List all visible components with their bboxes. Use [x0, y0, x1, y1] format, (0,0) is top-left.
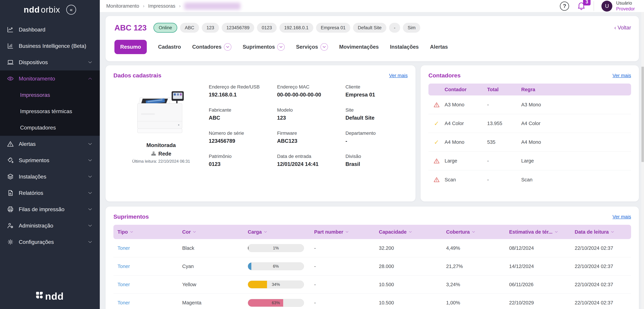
column-header[interactable]: Total	[487, 87, 521, 92]
field-value: ABC	[209, 115, 271, 121]
suprimento-row-cyan: Toner Cyan 6% - 28.000 21,27% 14/12/2024…	[114, 257, 631, 276]
field-value: 123456789	[209, 138, 271, 144]
tipo-link[interactable]: Toner	[118, 300, 182, 306]
field-label: Site	[346, 107, 408, 113]
user-name: Usuário	[616, 0, 635, 6]
tab-servi-os[interactable]: Serviços	[296, 43, 328, 51]
sidebar-item-relat-rios[interactable]: Relatórios	[0, 185, 100, 201]
tab-suprimentos[interactable]: Suprimentos	[243, 43, 285, 51]
column-header-carga[interactable]: Carga	[248, 229, 314, 235]
sidebar-subitem-computadores[interactable]: Computadores	[0, 119, 100, 136]
regra-cell: Large	[521, 158, 631, 164]
contador-cell: Scan	[444, 177, 487, 183]
notifications-badge: 3	[583, 0, 590, 5]
suprimento-row-black: Toner Black 1% - 32.200 4,49% 08/12/2024…	[114, 239, 631, 257]
app-logo: nddorbix	[24, 5, 60, 15]
column-header-capacidade[interactable]: Capacidade	[379, 229, 446, 235]
sidebar-item-dashboard[interactable]: Dashboard	[0, 21, 100, 38]
field-value: 123	[277, 115, 339, 121]
card-title: Suprimentos	[114, 213, 149, 220]
info-chip: 123	[202, 23, 219, 33]
ver-mais-link[interactable]: Ver mais	[612, 214, 631, 220]
info-chip: 0123	[257, 23, 277, 33]
tipo-link[interactable]: Toner	[118, 282, 182, 287]
check-icon: ✓	[434, 139, 439, 146]
warning-icon	[433, 158, 440, 164]
contador-cell: A4 Color	[444, 121, 487, 126]
part-number-cell: -	[314, 282, 379, 287]
column-header-estimativa-de-t-r[interactable]: Estimativa de tér...	[509, 229, 575, 235]
info-chip: ABC	[180, 23, 199, 33]
column-header[interactable]: Regra	[521, 87, 631, 92]
sidebar-item-administra-o[interactable]: Administração	[0, 218, 100, 234]
help-icon[interactable]: ?	[560, 1, 569, 11]
tab-alertas[interactable]: Alertas	[430, 44, 448, 50]
sidebar-subitem-impressoras[interactable]: Impressoras	[0, 87, 100, 103]
field-value: Brasil	[346, 161, 408, 167]
field-value: 12/01/2024 14:41	[277, 161, 339, 167]
tab-cadastro[interactable]: Cadastro	[158, 44, 181, 50]
chevron-down-icon[interactable]	[224, 43, 232, 51]
sidebar-item-filas-de-impress-o[interactable]: Filas de impressão	[0, 201, 100, 218]
field-value: Default Site	[346, 115, 408, 121]
sidebar-item-business-intelligence-beta[interactable]: Business Intelligence (Beta)	[0, 38, 100, 54]
user-menu[interactable]: U Usuário Provedor	[602, 0, 635, 12]
cobertura-cell: 3,24%	[446, 282, 509, 287]
sidebar-subitem-impressoras-t-rmicas[interactable]: Impressoras térmicas	[0, 103, 100, 119]
tab-resumo[interactable]: Resumo	[114, 40, 147, 54]
column-header-tipo[interactable]: Tipo	[118, 229, 182, 235]
eye-icon	[7, 75, 14, 82]
ver-mais-link[interactable]: Ver mais	[389, 73, 408, 78]
column-header-data-de-leitura[interactable]: Data de leitura	[575, 229, 631, 235]
sidebar-item-alertas[interactable]: Alertas	[0, 136, 100, 152]
tipo-link[interactable]: Toner	[118, 245, 182, 251]
ndd-glyph-icon	[36, 292, 43, 299]
tab-contadores[interactable]: Contadores	[192, 43, 232, 51]
sidebar-item-instala-es[interactable]: Instalações	[0, 168, 100, 185]
card-title: Dados cadastrais	[114, 72, 162, 79]
tab-movimenta-es[interactable]: Movimentações	[339, 44, 379, 50]
field-data-de-entrada: Data de entrada 12/01/2024 14:41	[277, 154, 339, 167]
contadores-card: Contadores Ver mais Contador Total Regra…	[420, 65, 639, 202]
bar-chart-icon	[7, 42, 14, 49]
page-title: ABC 123	[114, 23, 146, 32]
capacidade-cell: 28.000	[379, 264, 446, 269]
line-chart-icon	[7, 26, 14, 33]
contador-cell: A4 Mono	[444, 139, 487, 145]
contadores-row: ✓ A4 Mono 535 A4 Mono	[428, 133, 631, 152]
chevron-down-icon[interactable]	[277, 43, 285, 51]
back-link[interactable]: ‹ Voltar	[614, 25, 631, 31]
sidebar-item-dispositivos[interactable]: Dispositivos	[0, 54, 100, 70]
field-label: Data de entrada	[277, 154, 339, 159]
column-header[interactable]: Contador	[444, 87, 487, 92]
column-header-cor[interactable]: Cor	[182, 229, 248, 235]
avatar: U	[602, 1, 612, 11]
data-leitura-cell: 22/10/2024 02:37	[575, 264, 631, 269]
breadcrumb-item[interactable]: Monitoramento	[106, 3, 139, 9]
sort-chevron-icon	[345, 230, 349, 234]
scrollbar-thumb[interactable]	[642, 67, 644, 162]
field-departamento: Departamento -	[346, 130, 408, 144]
column-header-part-number[interactable]: Part number	[314, 229, 379, 235]
tipo-link[interactable]: Toner	[118, 264, 182, 269]
contadores-row: A3 Mono - A3 Mono	[428, 95, 631, 114]
sidebar-item-monitoramento[interactable]: Monitoramento	[0, 70, 100, 87]
column-header-cobertura[interactable]: Cobertura	[446, 229, 509, 235]
cobertura-cell: 1,00%	[446, 300, 509, 306]
layers-icon	[7, 173, 14, 180]
topbar-actions: ? 3 U Usuário Provedor	[560, 0, 635, 12]
notifications-bell-icon[interactable]: 3	[576, 1, 586, 11]
contadores-table-header: Contador Total Regra	[428, 83, 631, 95]
sidebar-item-suprimentos[interactable]: Suprimentos	[0, 152, 100, 168]
suprimentos-table-header: Tipo Cor Carga Part number Capacidade Co…	[114, 225, 631, 239]
estimativa-cell: 14/12/2024	[509, 264, 575, 269]
suprimentos-card: Suprimentos Ver mais Tipo Cor Carga Part…	[106, 207, 639, 309]
chevron-down-icon[interactable]	[320, 43, 328, 51]
ver-mais-link[interactable]: Ver mais	[612, 73, 631, 78]
field-label: Patrimônio	[209, 154, 271, 159]
sidebar-collapse-button[interactable]: «	[66, 5, 76, 15]
tab-instala-es[interactable]: Instalações	[390, 44, 419, 50]
breadcrumb-item[interactable]: Impressoras	[148, 3, 176, 9]
breadcrumb-redacted-item	[184, 2, 240, 10]
sidebar-item-configura-es[interactable]: Configurações	[0, 234, 100, 250]
